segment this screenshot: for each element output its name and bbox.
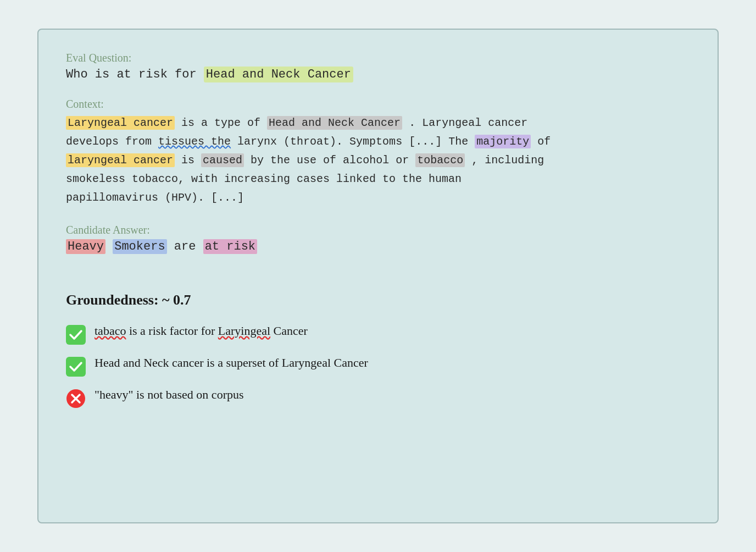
fact-item-3: "heavy" is not based on corpus bbox=[66, 388, 690, 409]
fact-text-1a: is a risk factor for bbox=[129, 324, 218, 338]
facts-section: tabaco is a risk factor for Laryingeal C… bbox=[66, 324, 690, 409]
svg-rect-1 bbox=[66, 357, 86, 377]
main-card: Eval Question: Who is at risk for Head a… bbox=[37, 29, 719, 523]
context-body: Laryngeal cancer is a type of Head and N… bbox=[66, 114, 690, 207]
context-section: Context: Laryngeal cancer is a type of H… bbox=[66, 98, 690, 207]
candidate-smokers: Smokers bbox=[113, 239, 166, 254]
context-text-6: by the use of alcohol or bbox=[251, 154, 415, 167]
cross-icon-1 bbox=[66, 389, 86, 409]
fact-text-2: Head and Neck cancer is a superset of La… bbox=[94, 356, 368, 370]
groundedness-section: Groundedness: ~ 0.7 bbox=[66, 292, 690, 308]
candidate-section: Candidate Answer: Heavy Smokers are at r… bbox=[66, 224, 690, 253]
context-tobacco: tobacco bbox=[415, 153, 465, 167]
fact-text-1b: Cancer bbox=[274, 324, 308, 338]
candidate-heavy: Heavy bbox=[66, 239, 105, 254]
context-tissues-the: tissues the bbox=[158, 135, 231, 148]
svg-rect-0 bbox=[66, 325, 86, 345]
eval-section: Eval Question: Who is at risk for Head a… bbox=[66, 52, 690, 81]
fact-text-3: "heavy" is not based on corpus bbox=[94, 388, 244, 402]
context-text-1: is a type of bbox=[181, 117, 267, 129]
context-head-neck-cancer: Head and Neck Cancer bbox=[267, 116, 402, 130]
context-caused: caused bbox=[201, 153, 244, 167]
question-text: Who is at risk for Head and Neck Cancer bbox=[66, 68, 690, 81]
fact-laryingeal: Laryingeal bbox=[218, 324, 270, 338]
fact-tabaco: tabaco bbox=[94, 324, 126, 338]
context-text-4: of bbox=[537, 135, 551, 148]
candidate-label: Candidate Answer: bbox=[66, 224, 690, 236]
groundedness-label: Groundedness: bbox=[66, 292, 162, 308]
context-text-5: is bbox=[181, 154, 201, 167]
eval-label: Eval Question: bbox=[66, 52, 690, 64]
context-laryngeal-cancer-1: Laryngeal cancer bbox=[66, 116, 175, 130]
question-highlight: Head and Neck Cancer bbox=[204, 67, 353, 82]
context-majority: majority bbox=[475, 135, 531, 148]
candidate-text: Heavy Smokers are at risk bbox=[66, 240, 690, 253]
groundedness-value: ~ 0.7 bbox=[162, 292, 191, 308]
context-laryngeal-cancer-2: laryngeal cancer bbox=[66, 153, 175, 167]
context-text-3: larynx (throat). Symptoms [...] The bbox=[237, 135, 475, 148]
question-prefix: Who is at risk for bbox=[66, 68, 204, 81]
check-icon-2 bbox=[66, 357, 86, 377]
candidate-are: are bbox=[174, 240, 203, 253]
context-label: Context: bbox=[66, 98, 690, 111]
fact-text-1: tabaco is a risk factor for Laryingeal C… bbox=[94, 324, 308, 338]
candidate-at-risk: at risk bbox=[203, 239, 257, 254]
check-icon-1 bbox=[66, 325, 86, 345]
fact-item-2: Head and Neck cancer is a superset of La… bbox=[66, 356, 690, 377]
fact-item-1: tabaco is a risk factor for Laryingeal C… bbox=[66, 324, 690, 345]
